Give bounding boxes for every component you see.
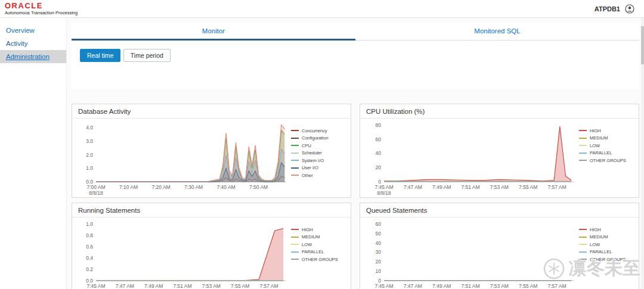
queued-statements-chart: 01020304050607:45 AM8/8/187:47 AM7:49 AM…: [360, 217, 639, 289]
svg-text:7:47 AM: 7:47 AM: [404, 283, 422, 289]
time-mode-controls: Real time Time period: [72, 41, 639, 62]
real-time-button[interactable]: Real time: [80, 49, 120, 62]
sidebar-item-overview[interactable]: Overview: [0, 24, 66, 37]
legend-swatch: [291, 259, 299, 260]
legend-label: System I/O: [302, 158, 324, 163]
sidebar-item-activity[interactable]: Activity: [0, 37, 66, 50]
database-name[interactable]: ATPDB1: [595, 5, 620, 13]
tab-monitor[interactable]: Monitor: [72, 23, 355, 40]
legend-item: System I/O: [291, 158, 348, 163]
legend-label: OTHER GROUPS: [302, 257, 338, 262]
legend-item: MEDIUM: [579, 135, 636, 141]
panel-title: Database Activity: [72, 104, 351, 119]
monitor-section: Monitor Monitored SQL Real time Time per…: [72, 23, 639, 89]
svg-text:7:30 AM: 7:30 AM: [184, 184, 203, 190]
legend-label: MEDIUM: [590, 234, 608, 240]
database-activity-chart: 0.01.02.03.04.07:00 AM8/8/187:10 AM7:20 …: [72, 119, 351, 197]
svg-text:0.4: 0.4: [86, 255, 93, 261]
svg-text:7:57 AM: 7:57 AM: [547, 283, 566, 289]
svg-text:7:53 AM: 7:53 AM: [490, 283, 509, 289]
legend-item: Configuration: [291, 135, 348, 141]
legend-label: PARALLEL: [590, 249, 612, 254]
legend-swatch: [579, 237, 587, 238]
legend-swatch: [579, 244, 587, 245]
legend-label: Other: [302, 173, 313, 178]
cpu-utilization-chart: 0204060807:45 AM8/8/187:47 AM7:49 AM7:51…: [360, 119, 639, 197]
svg-text:20: 20: [376, 164, 382, 170]
svg-text:7:45 AM: 7:45 AM: [86, 283, 105, 289]
svg-text:7:57 AM: 7:57 AM: [547, 184, 566, 190]
user-avatar-icon[interactable]: [625, 4, 634, 14]
time-period-button[interactable]: Time period: [123, 49, 171, 62]
legend-item: PARALLEL: [579, 249, 636, 254]
legend-item: OTHER GROUPS: [579, 257, 636, 262]
legend-swatch: [291, 130, 299, 131]
panel-title: CPU Utilization (%): [360, 104, 639, 119]
chart-plot-area: 0.00.20.40.60.81.07:45 AM8/8/187:47 AM7:…: [75, 217, 291, 289]
scrollbar[interactable]: [641, 18, 644, 289]
svg-text:7:55 AM: 7:55 AM: [519, 283, 537, 289]
svg-text:7:45 AM: 7:45 AM: [374, 283, 393, 289]
panel-database-activity: Database Activity 0.01.02.03.04.07:00 AM…: [72, 104, 351, 198]
legend-item: Other: [291, 173, 348, 178]
svg-text:8/8/18: 8/8/18: [377, 190, 391, 196]
chart-svg: 01020304050607:45 AM8/8/187:47 AM7:49 AM…: [363, 217, 579, 289]
legend-swatch: [579, 138, 587, 139]
svg-text:4.0: 4.0: [86, 125, 93, 130]
legend-item: CPU: [291, 143, 348, 148]
tab-bar: Monitor Monitored SQL: [72, 23, 639, 41]
app-header: ORACLE Autonomous Transaction Processing…: [0, 0, 644, 18]
legend-item: HIGH: [579, 227, 636, 232]
legend-swatch: [579, 259, 587, 260]
svg-text:50: 50: [376, 231, 382, 237]
legend-item: PARALLEL: [579, 150, 636, 156]
scrollbar-thumb[interactable]: [641, 26, 644, 64]
svg-text:3.0: 3.0: [86, 138, 93, 144]
svg-text:40: 40: [376, 240, 382, 246]
legend-label: MEDIUM: [590, 135, 608, 141]
legend-label: CPU: [302, 143, 311, 148]
legend-item: LOW: [579, 242, 636, 247]
svg-text:10: 10: [376, 268, 382, 274]
legend-label: OTHER GROUPS: [590, 158, 626, 163]
panel-queued-statements: Queued Statements 01020304050607:45 AM8/…: [360, 203, 639, 289]
svg-text:7:53 AM: 7:53 AM: [490, 184, 509, 190]
svg-text:1.0: 1.0: [86, 221, 93, 227]
tab-monitored-sql[interactable]: Monitored SQL: [355, 23, 639, 40]
legend-item: User I/O: [291, 165, 348, 170]
legend-label: HIGH: [302, 227, 313, 232]
charts-grid: Database Activity 0.01.02.03.04.07:00 AM…: [72, 104, 639, 289]
legend-label: Concurrency: [302, 128, 327, 133]
sidebar-item-administration[interactable]: Administration: [0, 50, 66, 63]
legend-label: PARALLEL: [590, 150, 612, 156]
svg-text:7:20 AM: 7:20 AM: [152, 184, 171, 190]
svg-text:7:50 AM: 7:50 AM: [249, 184, 268, 190]
svg-text:30: 30: [376, 249, 382, 255]
panel-cpu-utilization: CPU Utilization (%) 0204060807:45 AM8/8/…: [360, 104, 639, 198]
legend-label: Scheduler: [302, 150, 322, 156]
legend-label: MEDIUM: [302, 234, 320, 240]
chart-plot-area: 01020304050607:45 AM8/8/187:47 AM7:49 AM…: [363, 217, 579, 289]
svg-text:7:53 AM: 7:53 AM: [202, 283, 221, 289]
legend-label: User I/O: [302, 165, 318, 170]
svg-text:20: 20: [376, 259, 382, 265]
svg-text:7:47 AM: 7:47 AM: [116, 283, 134, 289]
svg-text:1.0: 1.0: [86, 165, 93, 171]
app-subtitle: Autonomous Transaction Processing: [5, 10, 78, 15]
legend-swatch: [579, 130, 587, 131]
svg-text:7:51 AM: 7:51 AM: [461, 283, 479, 289]
chart-svg: 0204060807:45 AM8/8/187:47 AM7:49 AM7:51…: [363, 119, 579, 197]
oracle-logo: ORACLE: [5, 2, 78, 10]
legend-swatch: [579, 229, 587, 230]
legend-swatch: [291, 167, 299, 169]
main-content: Monitor Monitored SQL Real time Time per…: [67, 18, 644, 289]
legend-label: Configuration: [302, 135, 329, 141]
chart-plot-area: 0204060807:45 AM8/8/187:47 AM7:49 AM7:51…: [363, 119, 579, 197]
panel-title: Queued Statements: [360, 203, 639, 217]
svg-text:60: 60: [376, 221, 382, 227]
legend-swatch: [579, 160, 587, 161]
legend-label: OTHER GROUPS: [590, 257, 626, 262]
svg-text:40: 40: [376, 150, 382, 156]
legend-swatch: [579, 145, 587, 146]
legend-item: HIGH: [291, 227, 348, 232]
